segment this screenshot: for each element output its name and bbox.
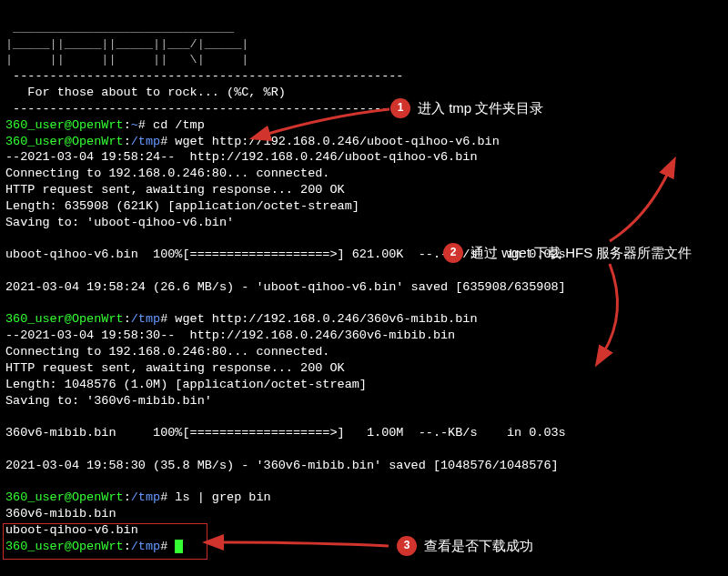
wget-output: Connecting to 192.168.0.246:80... connec… bbox=[5, 345, 329, 359]
cmd-wget1: wget http://192.168.0.246/uboot-qihoo-v6… bbox=[175, 135, 499, 148]
cmd-ls: ls | grep bin bbox=[175, 490, 270, 504]
prompt-line-wget2: 360_user@OpenWrt:/tmp# wget http://192.1… bbox=[5, 312, 478, 326]
divider: ----------------------------------------… bbox=[5, 102, 403, 116]
wget-output: Length: 635908 (621K) [application/octet… bbox=[5, 199, 359, 213]
prompt-line-wget1: 360_user@OpenWrt:/tmp# wget http://192.1… bbox=[5, 135, 500, 148]
wget-done: 2021-03-04 19:58:30 (35.8 MB/s) - '360v6… bbox=[5, 459, 559, 472]
prompt-line-cd: 360_user@OpenWrt:~# cd /tmp bbox=[5, 118, 205, 132]
wget-output: --2021-03-04 19:58:24-- http://192.168.0… bbox=[5, 150, 477, 164]
prompt-user: 360_user@OpenWrt bbox=[5, 118, 124, 132]
terminal-output[interactable]: ______________________________ |_____||_… bbox=[5, 4, 723, 555]
prompt-path: ~ bbox=[131, 118, 138, 132]
wget-done: 2021-03-04 19:58:24 (26.6 MB/s) - 'uboot… bbox=[5, 280, 566, 294]
wget-output: HTTP request sent, awaiting response... … bbox=[5, 361, 345, 375]
divider: ----------------------------------------… bbox=[5, 69, 403, 83]
prompt-line-empty: 360_user@OpenWrt:/tmp# bbox=[5, 540, 183, 553]
wget-output: Saving to: 'uboot-qihoo-v6.bin' bbox=[5, 216, 234, 229]
wget-progress: uboot-qihoo-v6.bin 100%[================… bbox=[5, 248, 566, 261]
wget-output: Length: 1048576 (1.0M) [application/octe… bbox=[5, 378, 367, 391]
ascii-art-line: |_____||_____||_____||___/|_____| bbox=[5, 37, 248, 51]
wget-output: --2021-03-04 19:58:30-- http://192.168.0… bbox=[5, 328, 455, 342]
cmd-cd: cd /tmp bbox=[153, 118, 205, 132]
ascii-art-line: ______________________________ bbox=[5, 21, 241, 35]
wget-output: HTTP request sent, awaiting response... … bbox=[5, 183, 345, 197]
ascii-art-line: | || || || \| | bbox=[5, 53, 248, 66]
wget-output: Saving to: '360v6-mibib.bin' bbox=[5, 394, 212, 408]
terminal-cursor bbox=[175, 540, 183, 553]
ls-output-line: 360v6-mibib.bin bbox=[5, 507, 116, 520]
slogan: For those about to rock... (%C, %R) bbox=[5, 86, 286, 99]
cmd-wget2: wget http://192.168.0.246/360v6-mibib.bi… bbox=[175, 312, 477, 326]
wget-output: Connecting to 192.168.0.246:80... connec… bbox=[5, 167, 329, 180]
ls-output-line: uboot-qihoo-v6.bin bbox=[5, 523, 138, 537]
prompt-line-ls: 360_user@OpenWrt:/tmp# ls | grep bin bbox=[5, 490, 271, 504]
wget-progress: 360v6-mibib.bin 100%[===================… bbox=[5, 426, 566, 440]
